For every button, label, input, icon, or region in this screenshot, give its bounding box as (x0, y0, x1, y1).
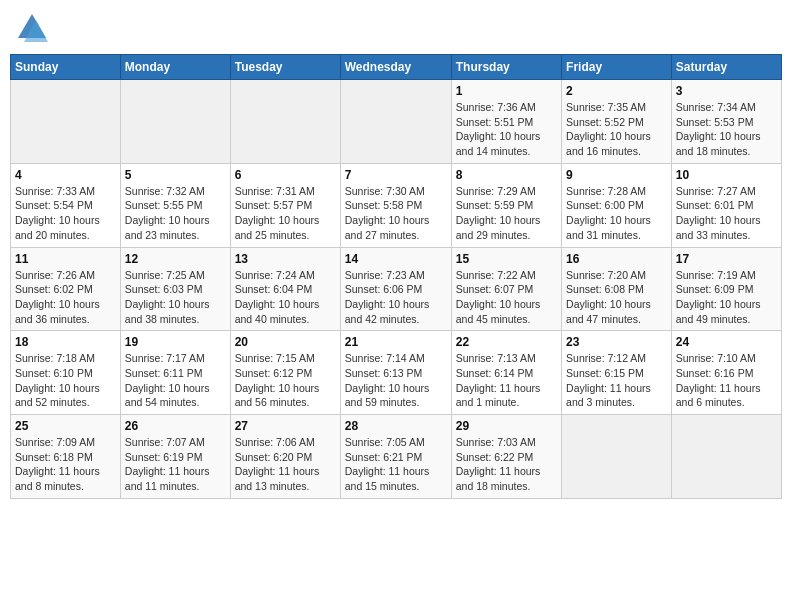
day-number: 18 (15, 335, 116, 349)
day-info: Sunrise: 7:09 AM Sunset: 6:18 PM Dayligh… (15, 435, 116, 494)
day-info: Sunrise: 7:24 AM Sunset: 6:04 PM Dayligh… (235, 268, 336, 327)
page-header (10, 10, 782, 46)
calendar-day-cell (120, 80, 230, 164)
day-info: Sunrise: 7:33 AM Sunset: 5:54 PM Dayligh… (15, 184, 116, 243)
calendar-day-cell: 14Sunrise: 7:23 AM Sunset: 6:06 PM Dayli… (340, 247, 451, 331)
day-info: Sunrise: 7:30 AM Sunset: 5:58 PM Dayligh… (345, 184, 447, 243)
calendar-week-row: 25Sunrise: 7:09 AM Sunset: 6:18 PM Dayli… (11, 415, 782, 499)
day-of-week-header: Tuesday (230, 55, 340, 80)
calendar-day-cell (230, 80, 340, 164)
calendar-day-cell: 15Sunrise: 7:22 AM Sunset: 6:07 PM Dayli… (451, 247, 561, 331)
day-info: Sunrise: 7:17 AM Sunset: 6:11 PM Dayligh… (125, 351, 226, 410)
calendar-day-cell: 11Sunrise: 7:26 AM Sunset: 6:02 PM Dayli… (11, 247, 121, 331)
day-info: Sunrise: 7:12 AM Sunset: 6:15 PM Dayligh… (566, 351, 667, 410)
calendar-day-cell: 26Sunrise: 7:07 AM Sunset: 6:19 PM Dayli… (120, 415, 230, 499)
calendar-day-cell: 23Sunrise: 7:12 AM Sunset: 6:15 PM Dayli… (562, 331, 672, 415)
calendar-day-cell: 2Sunrise: 7:35 AM Sunset: 5:52 PM Daylig… (562, 80, 672, 164)
day-of-week-header: Saturday (671, 55, 781, 80)
calendar-day-cell: 5Sunrise: 7:32 AM Sunset: 5:55 PM Daylig… (120, 163, 230, 247)
day-number: 27 (235, 419, 336, 433)
logo (14, 10, 52, 46)
day-info: Sunrise: 7:05 AM Sunset: 6:21 PM Dayligh… (345, 435, 447, 494)
day-number: 29 (456, 419, 557, 433)
day-info: Sunrise: 7:03 AM Sunset: 6:22 PM Dayligh… (456, 435, 557, 494)
calendar-day-cell: 20Sunrise: 7:15 AM Sunset: 6:12 PM Dayli… (230, 331, 340, 415)
day-info: Sunrise: 7:15 AM Sunset: 6:12 PM Dayligh… (235, 351, 336, 410)
day-number: 22 (456, 335, 557, 349)
day-info: Sunrise: 7:29 AM Sunset: 5:59 PM Dayligh… (456, 184, 557, 243)
calendar-day-cell: 3Sunrise: 7:34 AM Sunset: 5:53 PM Daylig… (671, 80, 781, 164)
day-of-week-header: Thursday (451, 55, 561, 80)
day-number: 11 (15, 252, 116, 266)
day-of-week-header: Friday (562, 55, 672, 80)
day-number: 3 (676, 84, 777, 98)
day-number: 1 (456, 84, 557, 98)
day-info: Sunrise: 7:19 AM Sunset: 6:09 PM Dayligh… (676, 268, 777, 327)
day-info: Sunrise: 7:23 AM Sunset: 6:06 PM Dayligh… (345, 268, 447, 327)
day-number: 6 (235, 168, 336, 182)
day-of-week-header: Sunday (11, 55, 121, 80)
day-number: 24 (676, 335, 777, 349)
day-number: 9 (566, 168, 667, 182)
day-info: Sunrise: 7:20 AM Sunset: 6:08 PM Dayligh… (566, 268, 667, 327)
day-info: Sunrise: 7:36 AM Sunset: 5:51 PM Dayligh… (456, 100, 557, 159)
day-number: 26 (125, 419, 226, 433)
day-number: 25 (15, 419, 116, 433)
day-number: 5 (125, 168, 226, 182)
calendar-day-cell: 10Sunrise: 7:27 AM Sunset: 6:01 PM Dayli… (671, 163, 781, 247)
day-of-week-header: Wednesday (340, 55, 451, 80)
calendar-day-cell: 16Sunrise: 7:20 AM Sunset: 6:08 PM Dayli… (562, 247, 672, 331)
calendar-week-row: 18Sunrise: 7:18 AM Sunset: 6:10 PM Dayli… (11, 331, 782, 415)
day-of-week-header: Monday (120, 55, 230, 80)
day-info: Sunrise: 7:31 AM Sunset: 5:57 PM Dayligh… (235, 184, 336, 243)
day-number: 10 (676, 168, 777, 182)
calendar-header-row: SundayMondayTuesdayWednesdayThursdayFrid… (11, 55, 782, 80)
day-number: 23 (566, 335, 667, 349)
calendar-day-cell: 1Sunrise: 7:36 AM Sunset: 5:51 PM Daylig… (451, 80, 561, 164)
calendar-day-cell: 6Sunrise: 7:31 AM Sunset: 5:57 PM Daylig… (230, 163, 340, 247)
calendar-day-cell: 28Sunrise: 7:05 AM Sunset: 6:21 PM Dayli… (340, 415, 451, 499)
day-info: Sunrise: 7:32 AM Sunset: 5:55 PM Dayligh… (125, 184, 226, 243)
calendar-table: SundayMondayTuesdayWednesdayThursdayFrid… (10, 54, 782, 499)
day-number: 28 (345, 419, 447, 433)
day-info: Sunrise: 7:07 AM Sunset: 6:19 PM Dayligh… (125, 435, 226, 494)
calendar-day-cell: 17Sunrise: 7:19 AM Sunset: 6:09 PM Dayli… (671, 247, 781, 331)
calendar-day-cell: 27Sunrise: 7:06 AM Sunset: 6:20 PM Dayli… (230, 415, 340, 499)
calendar-day-cell: 13Sunrise: 7:24 AM Sunset: 6:04 PM Dayli… (230, 247, 340, 331)
calendar-day-cell (340, 80, 451, 164)
day-number: 21 (345, 335, 447, 349)
day-info: Sunrise: 7:27 AM Sunset: 6:01 PM Dayligh… (676, 184, 777, 243)
day-number: 7 (345, 168, 447, 182)
calendar-week-row: 4Sunrise: 7:33 AM Sunset: 5:54 PM Daylig… (11, 163, 782, 247)
day-info: Sunrise: 7:10 AM Sunset: 6:16 PM Dayligh… (676, 351, 777, 410)
calendar-day-cell: 9Sunrise: 7:28 AM Sunset: 6:00 PM Daylig… (562, 163, 672, 247)
day-info: Sunrise: 7:25 AM Sunset: 6:03 PM Dayligh… (125, 268, 226, 327)
day-number: 14 (345, 252, 447, 266)
calendar-day-cell: 21Sunrise: 7:14 AM Sunset: 6:13 PM Dayli… (340, 331, 451, 415)
day-number: 8 (456, 168, 557, 182)
day-number: 13 (235, 252, 336, 266)
calendar-day-cell (11, 80, 121, 164)
day-number: 20 (235, 335, 336, 349)
day-number: 19 (125, 335, 226, 349)
day-number: 4 (15, 168, 116, 182)
calendar-day-cell: 8Sunrise: 7:29 AM Sunset: 5:59 PM Daylig… (451, 163, 561, 247)
calendar-day-cell (671, 415, 781, 499)
logo-icon (14, 10, 50, 46)
day-number: 15 (456, 252, 557, 266)
calendar-day-cell: 4Sunrise: 7:33 AM Sunset: 5:54 PM Daylig… (11, 163, 121, 247)
calendar-week-row: 11Sunrise: 7:26 AM Sunset: 6:02 PM Dayli… (11, 247, 782, 331)
calendar-day-cell: 18Sunrise: 7:18 AM Sunset: 6:10 PM Dayli… (11, 331, 121, 415)
calendar-day-cell: 25Sunrise: 7:09 AM Sunset: 6:18 PM Dayli… (11, 415, 121, 499)
day-number: 17 (676, 252, 777, 266)
day-info: Sunrise: 7:22 AM Sunset: 6:07 PM Dayligh… (456, 268, 557, 327)
day-info: Sunrise: 7:34 AM Sunset: 5:53 PM Dayligh… (676, 100, 777, 159)
calendar-week-row: 1Sunrise: 7:36 AM Sunset: 5:51 PM Daylig… (11, 80, 782, 164)
day-number: 12 (125, 252, 226, 266)
day-info: Sunrise: 7:26 AM Sunset: 6:02 PM Dayligh… (15, 268, 116, 327)
day-info: Sunrise: 7:13 AM Sunset: 6:14 PM Dayligh… (456, 351, 557, 410)
calendar-day-cell: 22Sunrise: 7:13 AM Sunset: 6:14 PM Dayli… (451, 331, 561, 415)
calendar-day-cell: 12Sunrise: 7:25 AM Sunset: 6:03 PM Dayli… (120, 247, 230, 331)
day-number: 2 (566, 84, 667, 98)
calendar-day-cell: 7Sunrise: 7:30 AM Sunset: 5:58 PM Daylig… (340, 163, 451, 247)
